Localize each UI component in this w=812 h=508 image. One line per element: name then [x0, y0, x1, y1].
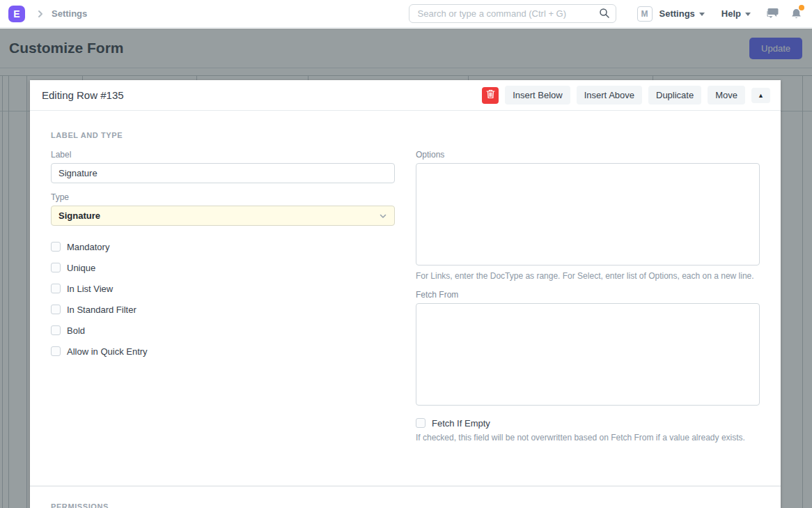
checkbox-box[interactable] [51, 242, 61, 252]
type-field-label: Type [51, 192, 395, 202]
editor-title: Editing Row #135 [42, 89, 124, 101]
navbar-right: M Settings Help [409, 4, 812, 23]
navbar: E Settings M Settings Help [0, 0, 812, 28]
collapse-up-icon: ▲ [758, 92, 764, 99]
delete-row-button[interactable] [482, 87, 499, 104]
checkbox-mandatory[interactable]: Mandatory [51, 236, 395, 257]
app-logo[interactable]: E [8, 6, 25, 22]
section-label: LABEL AND TYPE [51, 131, 760, 139]
editor-body: LABEL AND TYPE Label Type Signature [30, 111, 781, 444]
checkbox-fetch-if-empty[interactable]: Fetch If Empty [416, 417, 760, 429]
grid-row-editor: Editing Row #135 Insert Below Insert Abo… [30, 80, 781, 508]
checkbox-in-list-view[interactable]: In List View [51, 278, 395, 299]
insert-below-button[interactable]: Insert Below [505, 86, 570, 105]
trash-icon [486, 89, 495, 101]
insert-above-button[interactable]: Insert Above [577, 86, 642, 105]
chevron-right-icon [36, 10, 45, 18]
settings-menu[interactable]: Settings [659, 8, 705, 19]
checkbox-box[interactable] [51, 325, 61, 335]
checkbox-allow-in-quick-entry[interactable]: Allow in Quick Entry [51, 341, 395, 362]
options-field-label: Options [416, 150, 760, 160]
search-icon [599, 8, 610, 22]
search-input[interactable] [409, 4, 616, 23]
checkbox-box[interactable] [51, 346, 61, 356]
checkbox-box[interactable] [416, 418, 425, 428]
caret-down-icon [699, 13, 705, 16]
section-divider [30, 486, 781, 486]
editor-header: Editing Row #135 Insert Below Insert Abo… [30, 80, 781, 111]
type-select[interactable]: Signature [51, 206, 395, 226]
label-field-label: Label [51, 150, 395, 160]
avatar[interactable]: M [637, 6, 653, 22]
checkbox-bold[interactable]: Bold [51, 320, 395, 341]
breadcrumb[interactable]: Settings [52, 8, 87, 19]
chat-icon[interactable] [766, 8, 779, 20]
checkbox-unique[interactable]: Unique [51, 257, 395, 278]
fetch-from-textarea[interactable] [416, 303, 760, 406]
editor-toolbar: Insert Below Insert Above Duplicate Move… [482, 86, 770, 105]
checkbox-in-standard-filter[interactable]: In Standard Filter [51, 299, 395, 320]
options-help-text: For Links, enter the DocType as range. F… [416, 270, 760, 282]
type-select-value: Signature [58, 210, 100, 221]
label-input[interactable] [51, 163, 395, 183]
fetch-from-field-label: Fetch From [416, 290, 760, 300]
duplicate-button[interactable]: Duplicate [648, 86, 701, 105]
checkbox-box[interactable] [51, 305, 61, 314]
caret-down-icon [745, 13, 751, 16]
help-menu[interactable]: Help [721, 8, 751, 19]
global-search [409, 4, 616, 23]
navbar-left: E Settings [0, 6, 87, 22]
fetch-if-empty-help-text: If checked, this field will be not overw… [416, 432, 760, 444]
checkbox-box[interactable] [51, 284, 61, 293]
permissions-section-label: PERMISSIONS [51, 502, 109, 508]
options-textarea[interactable] [416, 163, 760, 265]
move-button[interactable]: Move [708, 86, 745, 105]
collapse-row-button[interactable]: ▲ [751, 88, 770, 103]
checkbox-box[interactable] [51, 263, 61, 272]
bell-icon[interactable] [790, 8, 802, 20]
left-column: Label Type Signature Mandatory [51, 150, 395, 444]
notification-dot [799, 5, 804, 10]
right-column: Options For Links, enter the DocType as … [416, 150, 760, 444]
app-window: Customize Form Update E Settings [0, 0, 812, 508]
